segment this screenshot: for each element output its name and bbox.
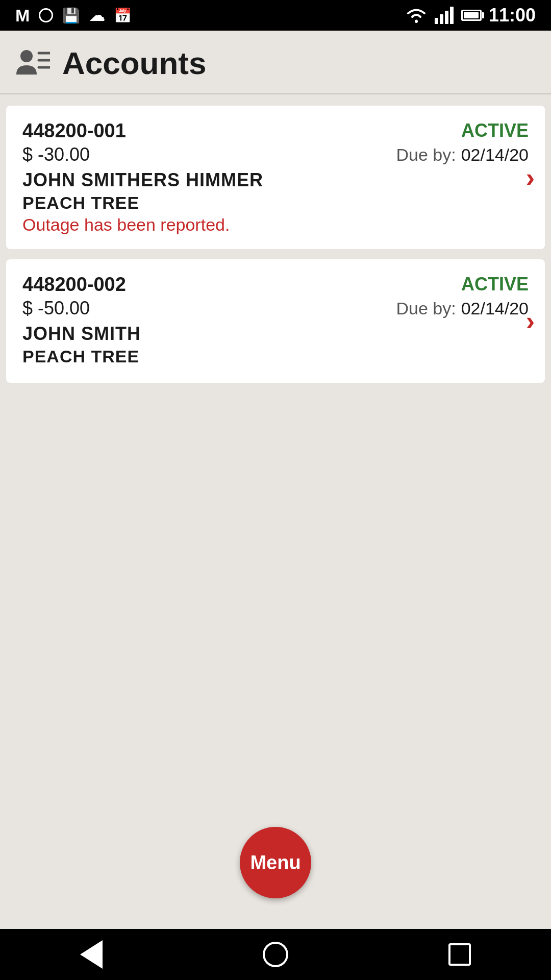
calendar-icon: 📅 — [114, 7, 132, 24]
svg-rect-3 — [445, 11, 448, 24]
account-due-label-2: Due by: — [396, 299, 456, 318]
status-bar-left: M 💾 ☁ 📅 — [15, 6, 132, 26]
account-card-1[interactable]: 448200-001 ACTIVE $ -30.00 Due by: 02/14… — [6, 106, 545, 249]
svg-point-5 — [20, 50, 33, 62]
account-name-1: JOHN SMITHERS HIMMER — [22, 169, 529, 191]
svg-point-0 — [415, 20, 418, 23]
account-location-2: PEACH TREE — [22, 347, 529, 366]
menu-button-label: Menu — [250, 852, 300, 874]
account-amount-2: $ -50.00 — [22, 298, 90, 319]
signal-icon — [435, 7, 454, 24]
accounts-icon — [15, 48, 50, 79]
account-row-2: $ -50.00 Due by: 02/14/20 — [22, 298, 529, 319]
account-row-1: $ -30.00 Due by: 02/14/20 — [22, 144, 529, 165]
svg-rect-1 — [435, 18, 438, 24]
account-card-1-top: 448200-001 ACTIVE — [22, 120, 529, 142]
account-status-2: ACTIVE — [461, 274, 529, 295]
account-status-1: ACTIVE — [461, 120, 529, 141]
page-header: Accounts — [0, 31, 551, 93]
chevron-right-icon-1: › — [526, 162, 535, 193]
content-spacer — [0, 600, 551, 806]
battery-icon — [461, 10, 482, 21]
save-icon: 💾 — [62, 7, 80, 24]
cloud-icon: ☁ — [89, 7, 105, 24]
account-location-1: PEACH TREE — [22, 193, 529, 213]
account-due-label-1: Due by: — [396, 145, 456, 165]
time-display: 11:00 — [489, 5, 536, 26]
nav-back-button[interactable] — [80, 940, 103, 969]
account-card-2[interactable]: 448200-002 ACTIVE $ -50.00 Due by: 02/14… — [6, 259, 545, 383]
status-bar: M 💾 ☁ 📅 11:00 — [0, 0, 551, 31]
record-icon — [39, 8, 53, 22]
menu-button[interactable]: Menu — [240, 827, 311, 898]
account-due-info-2: Due by: 02/14/20 — [396, 299, 529, 318]
gmail-icon: M — [15, 6, 30, 26]
nav-recent-button[interactable] — [448, 943, 471, 966]
account-name-2: JOHN SMITH — [22, 323, 529, 345]
status-bar-right: 11:00 — [405, 5, 536, 26]
chevron-right-icon-2: › — [526, 306, 535, 336]
account-amount-1: $ -30.00 — [22, 144, 90, 165]
svg-rect-4 — [450, 7, 454, 24]
wifi-icon — [405, 7, 428, 24]
account-due-date-1: 02/14/20 — [461, 145, 529, 165]
svg-rect-2 — [440, 14, 443, 24]
nav-home-button[interactable] — [263, 942, 288, 967]
account-number-1: 448200-001 — [22, 120, 126, 142]
nav-bar — [0, 929, 551, 980]
account-outage-1: Outage has been reported. — [22, 215, 529, 235]
account-card-2-top: 448200-002 ACTIVE — [22, 274, 529, 296]
account-due-date-2: 02/14/20 — [461, 299, 529, 318]
account-due-info-1: Due by: 02/14/20 — [396, 145, 529, 165]
page-title: Accounts — [62, 45, 206, 81]
account-number-2: 448200-002 — [22, 274, 126, 296]
accounts-list: 448200-001 ACTIVE $ -30.00 Due by: 02/14… — [0, 94, 551, 600]
menu-container: Menu — [0, 806, 551, 929]
